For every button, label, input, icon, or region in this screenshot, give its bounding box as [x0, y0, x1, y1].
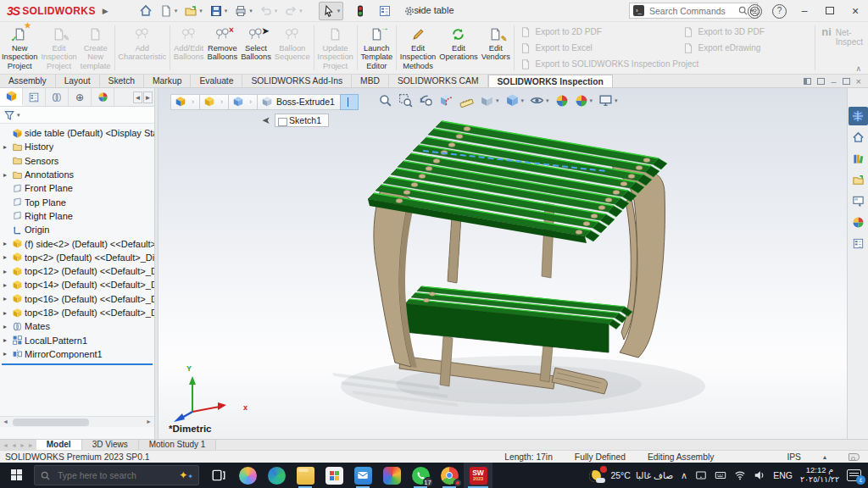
whatsapp-button[interactable]: 17	[406, 463, 435, 488]
tree-root[interactable]: side table (Default) <Display State-1>	[0, 126, 154, 140]
solidworks-taskbar-button[interactable]: SW2023	[464, 463, 492, 488]
print-button[interactable]: ▾	[231, 3, 255, 19]
redo-button[interactable]: ▾	[281, 3, 305, 19]
rebuild-button[interactable]	[351, 3, 370, 19]
zoom-to-area-button[interactable]	[397, 92, 415, 108]
tree-item-top16-component[interactable]: ▸ top<16> (Default) <<Default>_Displ	[0, 292, 154, 306]
first-tab-button[interactable]: ◄	[3, 442, 8, 448]
open-button[interactable]: ▾	[181, 3, 205, 19]
expand-icon[interactable]: ▸	[3, 143, 12, 151]
graphics-viewport[interactable]: › › › Boss-Extrude1 ➤ Sketch1 ▾ ▾ ▾	[159, 88, 847, 439]
restore-button[interactable]	[817, 0, 843, 22]
update-inspection-project-button[interactable]: Update Inspection Project	[315, 22, 354, 74]
chrome-button[interactable]	[435, 463, 464, 488]
notification-center-icon[interactable]: ٤	[847, 469, 861, 481]
edit-vendors-button[interactable]: ✎ Edit Vendors	[480, 22, 512, 74]
tab-3d-views[interactable]: 3D Views	[82, 440, 139, 450]
tree-item-side-component[interactable]: ▸ (f) side<2> (Default) <<Default>_Dis	[0, 236, 154, 250]
display-style-button[interactable]: ▾	[503, 92, 526, 108]
home-button[interactable]	[136, 3, 155, 19]
tab-solidworks-inspection[interactable]: SOLIDWORKS Inspection	[488, 75, 613, 87]
export-to-solidworks-inspection-project-button[interactable]: Export to SOLIDWORKS Inspection Project	[520, 56, 810, 72]
start-button[interactable]	[0, 463, 34, 488]
design-library-button[interactable]	[849, 149, 868, 168]
doc-restore-icon[interactable]	[843, 78, 850, 85]
pane-icon[interactable]	[817, 78, 825, 85]
dimxpert-manager-tab[interactable]: ⊕	[69, 88, 92, 106]
tab-motion-study-1[interactable]: Motion Study 1	[139, 440, 217, 450]
file-explorer-button[interactable]	[849, 170, 868, 189]
scroll-left-button[interactable]: ◄	[0, 417, 11, 427]
breadcrumb-part[interactable]: ›	[199, 94, 229, 110]
filter-dropdown-icon[interactable]: ▾	[17, 112, 20, 119]
help-icon[interactable]: ?	[772, 4, 787, 19]
tree-item-top12-component[interactable]: ▸ top<12> (Default) <<Default>_Displ	[0, 264, 154, 278]
add-edit-balloons-button[interactable]: Add/Edit Balloons	[172, 22, 206, 74]
view-settings-button[interactable]: ▾	[597, 92, 620, 108]
select-balloons-button[interactable]: ➤ Select Balloons	[239, 22, 273, 74]
expand-icon[interactable]: ▸	[3, 336, 12, 344]
export-to-3d-pdf-button[interactable]: Export to 3D PDF	[682, 24, 810, 40]
tree-item-mates[interactable]: ▸ Mates	[0, 319, 154, 333]
tab-solidworks-cam[interactable]: SOLIDWORKS CAM	[389, 75, 488, 87]
home-pane-button[interactable]	[849, 128, 868, 147]
wifi-icon[interactable]	[734, 469, 746, 481]
doc-close-icon[interactable]: ×	[856, 76, 861, 86]
tab-assembly[interactable]: Assembly	[0, 75, 56, 87]
scroll-right-button[interactable]: ►	[143, 417, 154, 427]
new-inspection-project-button[interactable]: ✓★ New Inspection Project	[0, 22, 39, 74]
breadcrumb-sketch[interactable]: Sketch1	[275, 114, 329, 127]
m365-button[interactable]	[377, 463, 406, 488]
remove-balloons-button[interactable]: × Remove Balloons	[205, 22, 239, 74]
units-selector[interactable]: IPS	[787, 452, 801, 462]
section-view-button[interactable]	[437, 92, 455, 108]
launch-template-editor-button[interactable]: → Launch Template Editor	[359, 22, 394, 74]
expand-icon[interactable]: ▸	[3, 281, 12, 289]
tree-item-sensors[interactable]: Sensors	[0, 154, 154, 168]
tree-item-top2-component[interactable]: ▸ top<2> (Default) <<Default>_Displa	[0, 251, 154, 264]
tree-item-mirror-component[interactable]: ▸ MirrorComponent1	[0, 347, 154, 361]
tab-mbd[interactable]: MBD	[352, 75, 389, 87]
edit-operations-button[interactable]: Edit Operations	[437, 22, 479, 74]
configuration-manager-tab[interactable]	[46, 88, 69, 106]
export-to-2d-pdf-button[interactable]: Export to 2D PDF	[520, 24, 679, 40]
weather-widget[interactable]: 25°C صاف غالبا	[589, 468, 673, 484]
edit-inspection-methods-button[interactable]: Edit Inspection Methods	[398, 22, 437, 74]
last-tab-button[interactable]: ►	[28, 442, 34, 448]
language-indicator[interactable]: ENG	[773, 470, 793, 480]
menu-expand-arrow-icon[interactable]: ▶	[103, 7, 108, 15]
feature-tree-tab[interactable]	[0, 88, 23, 106]
tree-item-top18-component[interactable]: ▸ top<18> (Default) <<Default>_Displ	[0, 306, 154, 319]
taskbar-search[interactable]: ✦✦	[34, 465, 199, 485]
tree-horizontal-scrollbar[interactable]: ◄ ►	[0, 416, 154, 427]
save-button[interactable]: ▾	[207, 3, 231, 19]
close-button[interactable]: ×	[843, 0, 868, 22]
breadcrumb-edit-field[interactable]	[340, 94, 359, 110]
account-icon[interactable]	[748, 4, 762, 19]
undo-button[interactable]: ▾	[257, 3, 281, 19]
property-manager-tab[interactable]	[23, 88, 46, 106]
side-table-3d-model[interactable]	[159, 88, 847, 439]
tab-markup[interactable]: Markup	[144, 75, 191, 87]
view-orientation-button[interactable]: ▾	[478, 92, 501, 108]
file-properties-button[interactable]	[376, 3, 394, 19]
expand-icon[interactable]: ▸	[3, 268, 12, 275]
measure-button[interactable]	[458, 92, 476, 108]
tree-item-history[interactable]: ▸ History	[0, 140, 154, 153]
add-characteristic-button[interactable]: Add Characteristic	[116, 22, 168, 74]
search-commands-input[interactable]	[648, 5, 737, 17]
expand-icon[interactable]: ▸	[3, 323, 12, 330]
tab-layout[interactable]: Layout	[56, 75, 100, 87]
expand-icon[interactable]: ▸	[3, 240, 12, 247]
expand-icon[interactable]: ▸	[3, 253, 12, 261]
select-tool-button[interactable]: ▾	[319, 2, 344, 20]
expand-icon[interactable]: ▸	[3, 309, 12, 317]
prev-tab-button[interactable]: ◄	[11, 442, 17, 448]
tree-item-top-plane[interactable]: Top Plane	[0, 195, 154, 208]
mail-button[interactable]	[348, 463, 377, 488]
edit-appearance-button[interactable]	[554, 93, 570, 108]
next-tab-button[interactable]: ►	[19, 442, 25, 448]
tray-expand-chevron-icon[interactable]: ∧	[681, 470, 687, 481]
units-dropdown-icon[interactable]: ▴	[823, 453, 826, 461]
microsoft-store-button[interactable]	[320, 463, 348, 488]
